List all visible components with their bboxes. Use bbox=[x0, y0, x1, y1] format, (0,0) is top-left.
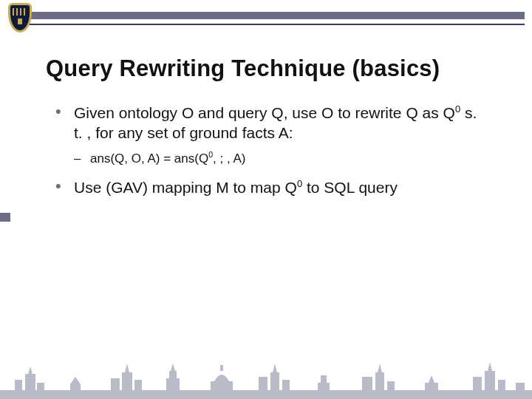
left-accent-block bbox=[0, 213, 10, 222]
slide-title: Query Rewriting Technique (basics) bbox=[46, 55, 502, 82]
svg-rect-7 bbox=[111, 378, 120, 393]
slide: Query Rewriting Technique (basics) Given… bbox=[0, 0, 532, 399]
bullet-level1: Use (GAV) mapping M to map Q0 to SQL que… bbox=[55, 178, 488, 198]
svg-rect-18 bbox=[282, 380, 290, 393]
header-underline bbox=[22, 24, 525, 25]
svg-rect-2 bbox=[25, 374, 35, 393]
svg-rect-23 bbox=[375, 372, 384, 393]
svg-rect-32 bbox=[516, 383, 525, 393]
svg-marker-27 bbox=[429, 375, 434, 383]
svg-rect-22 bbox=[362, 377, 372, 393]
svg-marker-31 bbox=[488, 362, 492, 371]
header-accent-bar bbox=[22, 12, 525, 19]
svg-marker-10 bbox=[125, 364, 129, 372]
svg-rect-8 bbox=[122, 372, 132, 393]
svg-rect-12 bbox=[169, 371, 177, 378]
svg-rect-20 bbox=[318, 383, 330, 393]
svg-rect-14 bbox=[211, 381, 233, 393]
university-crest-icon bbox=[5, 0, 35, 35]
svg-rect-11 bbox=[166, 378, 180, 393]
svg-marker-13 bbox=[171, 364, 175, 371]
slide-body: Given ontology O and query Q, use O to r… bbox=[55, 103, 488, 205]
svg-rect-21 bbox=[321, 375, 327, 383]
svg-rect-29 bbox=[485, 371, 495, 393]
svg-marker-24 bbox=[378, 364, 382, 372]
bullet-level2: ans(Q, O, A) = ans(Q0, ; , A) bbox=[74, 151, 488, 168]
svg-rect-15 bbox=[220, 365, 223, 371]
svg-rect-3 bbox=[37, 383, 44, 393]
svg-rect-30 bbox=[498, 380, 505, 393]
svg-rect-16 bbox=[259, 377, 267, 393]
skyline-footer-icon bbox=[0, 358, 532, 399]
svg-rect-1 bbox=[15, 380, 22, 393]
svg-rect-26 bbox=[425, 383, 438, 393]
svg-rect-9 bbox=[134, 380, 142, 393]
svg-marker-4 bbox=[28, 366, 33, 374]
svg-rect-28 bbox=[473, 377, 482, 393]
svg-marker-19 bbox=[273, 364, 277, 372]
svg-rect-17 bbox=[270, 372, 279, 393]
bullet-level1: Given ontology O and query Q, use O to r… bbox=[55, 103, 488, 143]
svg-rect-25 bbox=[387, 381, 395, 393]
svg-marker-6 bbox=[70, 377, 81, 384]
svg-rect-5 bbox=[70, 384, 81, 393]
